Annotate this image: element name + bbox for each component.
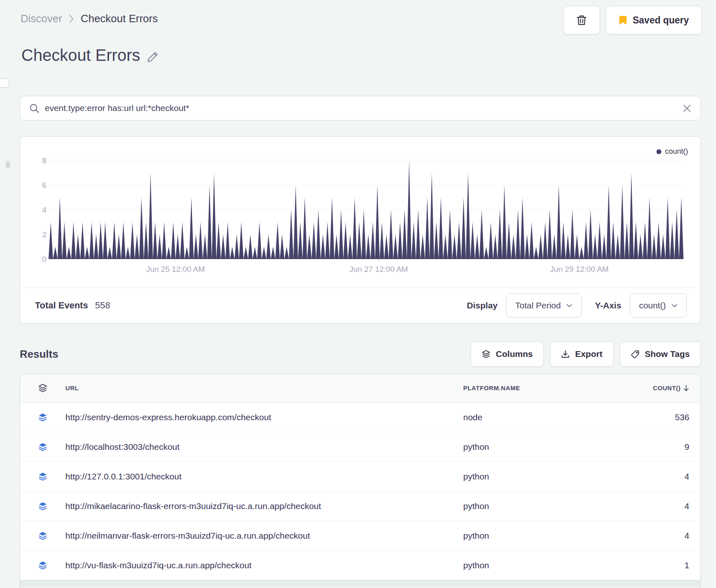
svg-text:Jun 25 12:00 AM: Jun 25 12:00 AM <box>146 265 205 273</box>
chart-panel: 02468Jun 25 12:00 AMJun 27 12:00 AMJun 2… <box>20 136 701 324</box>
display-value: Total Period <box>515 301 561 310</box>
platform-cell: python <box>463 560 640 570</box>
display-label: Display <box>467 301 498 310</box>
results-buttons: Columns Export Show Tags <box>471 341 701 367</box>
yaxis-dropdown[interactable]: count() <box>630 294 687 317</box>
window-artifact-small <box>6 161 10 168</box>
svg-text:Jun 27 12:00 AM: Jun 27 12:00 AM <box>349 265 408 273</box>
count-cell: 9 <box>640 442 700 452</box>
table-scrollbar-track[interactable] <box>20 580 700 588</box>
url-cell: http://localhost:3003/checkout <box>65 442 463 452</box>
table-row[interactable]: http://mikaelacarino-flask-errors-m3uuiz… <box>20 491 700 521</box>
layers-icon <box>38 472 47 481</box>
count-cell: 536 <box>640 412 700 422</box>
layers-icon <box>38 442 47 451</box>
legend-count[interactable]: count() <box>656 147 688 156</box>
table-row[interactable]: http://vu-flask-m3uuizd7iq-uc.a.run.app/… <box>20 551 700 580</box>
table-header: URL PLATFORM.NAME COUNT() <box>20 374 700 403</box>
column-header-url[interactable]: URL <box>65 384 463 391</box>
platform-cell: node <box>463 412 640 422</box>
top-actions: Saved query <box>563 6 702 35</box>
svg-text:0: 0 <box>42 255 46 264</box>
display-dropdown[interactable]: Total Period <box>506 294 582 317</box>
legend-dot <box>656 149 661 154</box>
breadcrumb-discover[interactable]: Discover <box>21 12 62 25</box>
export-label: Export <box>575 349 603 359</box>
platform-cell: python <box>463 531 640 541</box>
chevron-right-icon <box>69 14 74 23</box>
row-actions-cell[interactable] <box>20 561 65 570</box>
layers-icon <box>38 531 47 540</box>
columns-button[interactable]: Columns <box>471 341 544 367</box>
chevron-down-icon <box>566 304 572 308</box>
yaxis-label: Y-Axis <box>595 301 621 310</box>
url-cell: http://sentry-demos-express.herokuapp.co… <box>65 412 463 422</box>
table-row[interactable]: http://127.0.0.1:3001/checkoutpython4 <box>20 462 700 491</box>
svg-text:2: 2 <box>42 230 46 239</box>
layers-icon <box>38 384 47 393</box>
saved-query-label: Saved query <box>633 15 689 26</box>
svg-text:6: 6 <box>42 181 46 190</box>
edit-title-button[interactable] <box>147 51 159 63</box>
count-cell: 4 <box>640 501 700 511</box>
chevron-down-icon <box>672 304 677 308</box>
download-icon <box>561 350 570 359</box>
saved-query-button[interactable]: Saved query <box>606 6 702 35</box>
trash-icon <box>576 14 587 26</box>
search-icon <box>29 103 39 113</box>
url-cell: http://127.0.0.1:3001/checkout <box>65 472 463 482</box>
tag-icon <box>631 350 640 359</box>
row-actions-cell[interactable] <box>20 442 65 451</box>
svg-text:Jun 29 12:00 AM: Jun 29 12:00 AM <box>550 265 609 273</box>
layers-icon <box>38 561 47 570</box>
layers-icon <box>38 502 47 511</box>
breadcrumb: Discover Checkout Errors <box>21 12 158 25</box>
chart-footer: Total Events 558 Display Total Period Y-… <box>20 287 700 323</box>
total-events-value: 558 <box>95 300 110 311</box>
svg-text:8: 8 <box>42 156 46 165</box>
page-title: Checkout Errors <box>21 46 140 65</box>
yaxis-value: count() <box>639 301 666 310</box>
url-cell: http://mikaelacarino-flask-errors-m3uuiz… <box>65 501 463 511</box>
row-actions-cell[interactable] <box>20 531 65 540</box>
chart-plot: 02468Jun 25 12:00 AMJun 27 12:00 AMJun 2… <box>20 137 700 288</box>
show-tags-label: Show Tags <box>645 349 690 359</box>
close-icon <box>683 104 691 113</box>
count-cell: 4 <box>640 531 700 541</box>
legend-label: count() <box>665 147 688 156</box>
table-row[interactable]: http://sentry-demos-express.herokuapp.co… <box>20 403 700 432</box>
sort-desc-icon <box>683 384 689 391</box>
column-header-count[interactable]: COUNT() <box>640 384 700 391</box>
table-body: http://sentry-demos-express.herokuapp.co… <box>20 403 700 580</box>
delete-query-button[interactable] <box>563 6 600 35</box>
results-heading: Results <box>20 348 58 361</box>
count-header-label: COUNT() <box>653 384 681 391</box>
platform-cell: python <box>463 472 640 482</box>
export-button[interactable]: Export <box>550 341 614 367</box>
platform-cell: python <box>463 501 640 511</box>
row-actions-cell[interactable] <box>20 413 65 422</box>
count-cell: 1 <box>640 560 700 570</box>
window-artifact <box>0 79 9 88</box>
breadcrumb-current: Checkout Errors <box>81 12 158 25</box>
search-input[interactable] <box>45 103 677 113</box>
pencil-icon <box>147 51 159 63</box>
column-header-platform[interactable]: PLATFORM.NAME <box>463 384 640 391</box>
columns-label: Columns <box>496 349 533 359</box>
bookmark-icon <box>619 16 627 25</box>
clear-search-button[interactable] <box>683 104 691 113</box>
svg-text:4: 4 <box>42 206 46 214</box>
count-cell: 4 <box>640 472 700 482</box>
row-actions-cell[interactable] <box>20 472 65 481</box>
header-layers-icon-cell <box>20 384 65 393</box>
table-row[interactable]: http://neilmanvar-flask-errors-m3uuizd7i… <box>20 521 700 551</box>
url-cell: http://vu-flask-m3uuizd7iq-uc.a.run.app/… <box>65 560 463 570</box>
row-actions-cell[interactable] <box>20 502 65 511</box>
results-table: URL PLATFORM.NAME COUNT() http://sentry-… <box>20 373 701 588</box>
layers-icon <box>482 350 490 359</box>
url-cell: http://neilmanvar-flask-errors-m3uuizd7i… <box>65 531 463 541</box>
show-tags-button[interactable]: Show Tags <box>620 341 701 367</box>
total-events-label: Total Events <box>35 300 88 311</box>
table-row[interactable]: http://localhost:3003/checkoutpython9 <box>20 432 700 462</box>
platform-cell: python <box>463 442 640 452</box>
